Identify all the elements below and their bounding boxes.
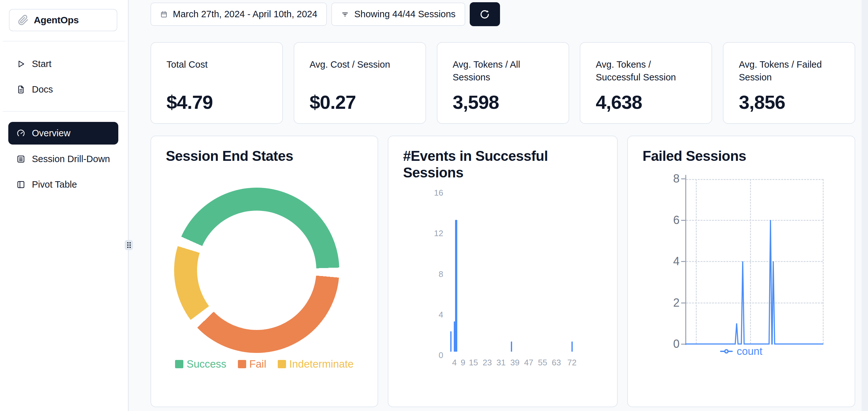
session-end-states-card: Session End States Success Fail Indeterm… (151, 136, 378, 407)
scrollbar-track[interactable] (862, 0, 868, 411)
stat-value: $0.27 (310, 91, 410, 113)
app-logo[interactable]: AgentOps (9, 9, 117, 31)
stat-card-avg-tokens-all: Avg. Tokens / All Sessions 3,598 (437, 42, 569, 124)
document-icon (16, 85, 26, 94)
donut-legend: Success Fail Indeterminate (151, 358, 377, 370)
sidebar-item-label: Pivot Table (32, 179, 77, 190)
sidebar-item-label: Docs (32, 84, 53, 95)
calendar-icon (160, 10, 168, 18)
failed-sessions-card: Failed Sessions 02468 count (627, 136, 855, 407)
gauge-icon (16, 128, 26, 138)
stat-value: 3,856 (739, 91, 839, 113)
sidebar-resize-handle[interactable] (125, 240, 133, 250)
y-axis-tick (681, 220, 685, 221)
events-plot: 0481216491523313947556372 (389, 136, 617, 407)
y-axis-label: 6 (628, 213, 680, 227)
legend-swatch (278, 360, 286, 368)
sidebar-item-label: Overview (32, 128, 70, 139)
stat-value: $4.79 (166, 91, 267, 113)
y-axis-tick (681, 344, 685, 345)
y-axis-label: 16 (389, 188, 443, 198)
stat-label: Avg. Tokens / All Sessions (453, 58, 553, 85)
count-legend[interactable]: count (628, 345, 855, 357)
legend-swatch (175, 360, 183, 368)
failed-line-svg (685, 177, 824, 346)
sessions-filter-button[interactable]: Showing 44/44 Sessions (331, 3, 465, 26)
legend-label: Success (187, 358, 226, 370)
histogram-bar (511, 342, 512, 352)
y-axis-label: 4 (628, 255, 680, 268)
y-axis-label: 0 (389, 350, 443, 360)
charts-row: Session End States Success Fail Indeterm… (151, 136, 855, 407)
stat-label: Avg. Cost / Session (310, 58, 410, 85)
x-axis-label: 72 (559, 358, 585, 368)
line-series-marker-icon (720, 349, 733, 354)
paperclip-icon (18, 15, 29, 26)
sidebar-item-pivot-table[interactable]: Pivot Table (8, 175, 118, 194)
play-icon (16, 59, 26, 68)
stat-label: Total Cost (166, 58, 267, 85)
y-axis-tick (681, 178, 685, 179)
histogram-bar (450, 331, 452, 352)
legend-label: Indeterminate (289, 358, 354, 370)
legend-item-fail[interactable]: Fail (238, 358, 266, 370)
stat-card-avg-cost-session: Avg. Cost / Session $0.27 (294, 42, 426, 124)
sidebar-item-label: Session Drill-Down (32, 154, 110, 164)
y-axis-label: 12 (389, 229, 443, 238)
stat-card-total-cost: Total Cost $4.79 (151, 42, 283, 124)
stat-label: Avg. Tokens / Successful Session (596, 58, 696, 85)
y-axis-label: 2 (628, 296, 680, 310)
y-axis-tick (681, 302, 685, 303)
y-axis-label: 8 (628, 172, 680, 185)
date-range-label: March 27th, 2024 - April 10th, 2024 (173, 9, 317, 20)
chart-title: Session End States (166, 148, 293, 164)
sidebar-item-session-drill-down[interactable]: Session Drill-Down (8, 150, 118, 168)
pivot-icon (16, 180, 26, 189)
stat-label: Avg. Tokens / Failed Session (739, 58, 839, 85)
legend-item-success[interactable]: Success (175, 358, 226, 370)
filter-icon (341, 10, 349, 19)
sidebar-item-start[interactable]: Start (8, 55, 118, 73)
y-axis-label: 4 (389, 310, 443, 320)
events-chart-card: #Events in Successful Sessions 048121649… (388, 136, 618, 407)
list-box-icon (16, 154, 26, 164)
sidebar-item-docs[interactable]: Docs (8, 80, 118, 98)
sidebar: AgentOps Start Docs Overview Session Dri… (0, 0, 129, 411)
legend-label: count (737, 345, 763, 357)
toolbar: March 27th, 2024 - April 10th, 2024 Show… (151, 3, 500, 26)
histogram-bar (571, 342, 573, 352)
sessions-filter-label: Showing 44/44 Sessions (354, 9, 456, 20)
main-content: March 27th, 2024 - April 10th, 2024 Show… (130, 0, 868, 411)
sidebar-item-label: Start (32, 59, 51, 69)
app-title: AgentOps (34, 15, 79, 26)
date-range-button[interactable]: March 27th, 2024 - April 10th, 2024 (151, 3, 327, 26)
stat-card-avg-tokens-failed: Avg. Tokens / Failed Session 3,856 (723, 42, 855, 124)
sidebar-divider (3, 41, 125, 41)
refresh-button[interactable] (470, 2, 500, 26)
stats-row: Total Cost $4.79 Avg. Cost / Session $0.… (151, 42, 855, 124)
stat-value: 4,638 (596, 91, 696, 113)
count-line-series (685, 220, 824, 344)
refresh-icon (478, 8, 491, 21)
stat-card-avg-tokens-successful: Avg. Tokens / Successful Session 4,638 (580, 42, 712, 124)
y-axis-label: 8 (389, 269, 443, 279)
donut-hole (197, 211, 316, 330)
sidebar-item-overview[interactable]: Overview (8, 122, 118, 145)
y-axis-tick (681, 261, 685, 262)
histogram-bar (455, 220, 457, 352)
legend-item-indeterminate[interactable]: Indeterminate (278, 358, 354, 370)
stat-value: 3,598 (453, 91, 553, 113)
legend-label: Fail (249, 358, 266, 370)
legend-swatch (238, 360, 246, 368)
sidebar-divider (3, 111, 125, 112)
